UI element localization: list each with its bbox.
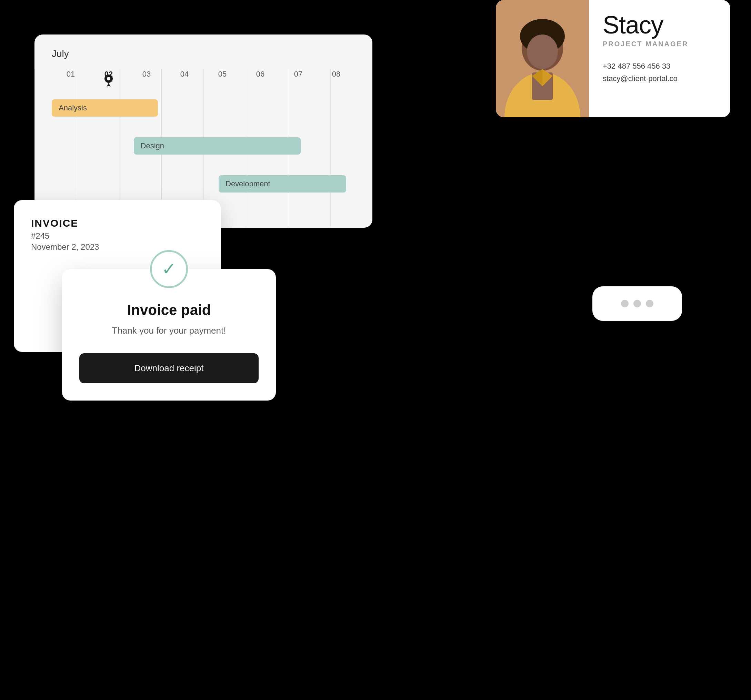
gantt-card: July 01 02 03 04 05 06 07 08 xyxy=(34,34,372,228)
profile-title: PROJECT MANAGER xyxy=(603,40,717,48)
payment-subtitle: Thank you for your payment! xyxy=(79,325,259,336)
download-receipt-button[interactable]: Download receipt xyxy=(79,353,259,383)
gantt-bar-design: Design xyxy=(134,137,301,155)
typing-dot-1 xyxy=(621,300,629,307)
gantt-col-03: 03 xyxy=(128,70,165,79)
gantt-bars: Analysis Design Development xyxy=(52,99,355,192)
check-circle: ✓ xyxy=(150,250,188,288)
payment-title: Invoice paid xyxy=(79,302,259,318)
svg-point-7 xyxy=(527,34,558,69)
profile-phone: +32 487 556 456 33 xyxy=(603,62,717,71)
gantt-col-07: 07 xyxy=(279,70,317,79)
profile-name: Stacy xyxy=(603,12,717,37)
gantt-row-analysis: Analysis xyxy=(52,99,355,117)
gantt-month: July xyxy=(52,48,355,59)
gantt-col-08: 08 xyxy=(317,70,355,79)
profile-email: stacy@client-portal.co xyxy=(603,74,717,83)
typing-indicator xyxy=(592,287,682,321)
gantt-col-02: 02 xyxy=(90,70,128,79)
gantt-row-design: Design xyxy=(52,137,355,155)
typing-dot-2 xyxy=(634,300,641,307)
profile-card: Stacy PROJECT MANAGER +32 487 556 456 33… xyxy=(496,0,730,117)
invoice-label: INVOICE xyxy=(31,217,204,229)
gantt-header: 01 02 03 04 05 06 07 08 xyxy=(52,70,355,79)
gantt-bar-development: Development xyxy=(219,175,346,192)
typing-dot-3 xyxy=(646,300,654,307)
profile-info: Stacy PROJECT MANAGER +32 487 556 456 33… xyxy=(589,0,730,117)
gantt-col-06: 06 xyxy=(241,70,279,79)
gantt-col-01: 01 xyxy=(52,70,90,79)
gantt-row-development: Development xyxy=(52,175,355,192)
gantt-bar-analysis: Analysis xyxy=(52,99,158,117)
invoice-date: November 2, 2023 xyxy=(31,242,204,252)
payment-modal: ✓ Invoice paid Thank you for your paymen… xyxy=(62,269,276,401)
svg-point-1 xyxy=(107,77,110,81)
invoice-number: #245 xyxy=(31,231,204,241)
gantt-col-04: 04 xyxy=(165,70,204,79)
profile-photo xyxy=(496,0,589,117)
gantt-col-05: 05 xyxy=(204,70,241,79)
checkmark-icon: ✓ xyxy=(162,260,176,278)
